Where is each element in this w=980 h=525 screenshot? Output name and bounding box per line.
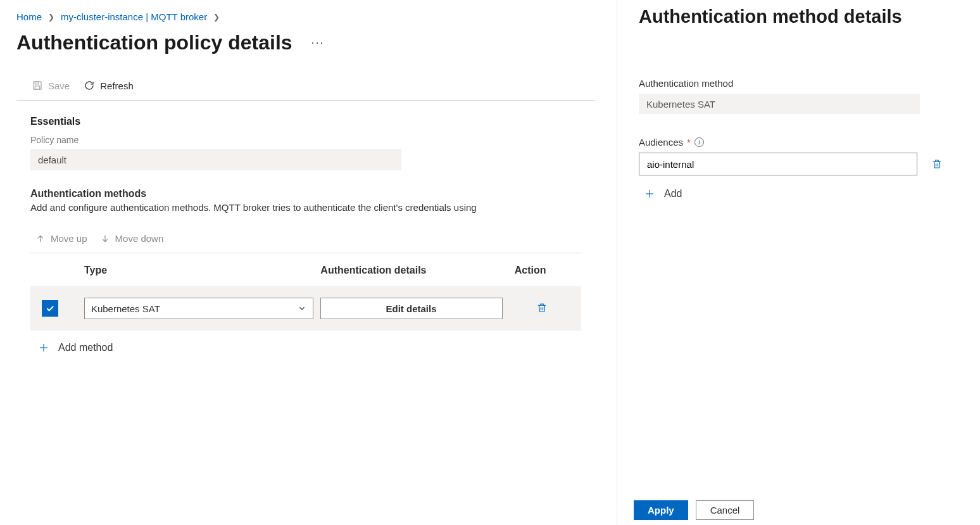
toolbar: Save Refresh [16,80,595,101]
col-header-action: Action [515,265,581,276]
page-title: Authentication policy details [16,31,292,54]
svg-rect-2 [35,86,40,89]
refresh-label: Refresh [100,80,134,91]
apply-button[interactable]: Apply [634,500,688,520]
chevron-down-icon [298,304,306,313]
method-label: Authentication method [639,78,980,89]
row-checkbox[interactable] [42,300,58,317]
audiences-label: Audiences * i [639,137,980,148]
breadcrumb-cluster[interactable]: my-cluster-instance | MQTT broker [61,11,207,22]
table-row: Kubernetes SAT Edit details [30,286,581,331]
edit-details-button[interactable]: Edit details [320,298,503,319]
save-button[interactable]: Save [32,80,70,91]
plus-icon [38,342,49,353]
info-icon[interactable]: i [694,137,704,147]
move-down-label: Move down [115,233,164,244]
more-actions-button[interactable]: ··· [308,34,329,52]
pane-title: Authentication method details [639,6,980,27]
add-audience-button[interactable]: Add [639,175,980,199]
breadcrumb: Home ❯ my-cluster-instance | MQTT broker… [16,11,595,22]
auth-methods-description: Add and configure authentication methods… [30,202,581,213]
refresh-button[interactable]: Refresh [84,80,134,91]
details-pane: Authentication method details Authentica… [617,0,980,525]
col-header-type: Type [84,265,320,276]
arrow-up-icon [35,234,46,244]
refresh-icon [84,80,95,91]
arrow-down-icon [100,234,110,244]
cancel-button[interactable]: Cancel [696,500,755,520]
essentials-title: Essentials [30,116,581,127]
col-header-details: Authentication details [320,265,514,276]
svg-rect-1 [35,82,39,84]
auth-methods-table: Type Authentication details Action Kuber… [30,253,581,331]
type-select[interactable]: Kubernetes SAT [84,298,313,319]
policy-name-value: default [30,149,401,170]
add-audience-label: Add [664,188,682,199]
add-method-button[interactable]: Add method [30,331,581,353]
audience-input[interactable] [639,153,917,175]
chevron-right-icon: ❯ [213,13,220,22]
save-icon [32,80,43,91]
auth-methods-title: Authentication methods [30,188,581,199]
move-down-button[interactable]: Move down [100,233,164,244]
move-up-button[interactable]: Move up [35,233,87,244]
type-select-value: Kubernetes SAT [91,303,160,314]
check-icon [45,303,55,313]
move-up-label: Move up [51,233,87,244]
required-asterisk: * [687,137,691,148]
policy-name-label: Policy name [30,135,581,145]
breadcrumb-home[interactable]: Home [16,11,42,22]
add-method-label: Add method [58,342,113,353]
trash-icon[interactable] [931,158,943,170]
save-label: Save [48,80,70,91]
audiences-label-text: Audiences [639,137,683,148]
chevron-right-icon: ❯ [48,13,54,22]
trash-icon[interactable] [536,301,548,314]
plus-icon [644,188,655,199]
method-value: Kubernetes SAT [639,94,920,114]
